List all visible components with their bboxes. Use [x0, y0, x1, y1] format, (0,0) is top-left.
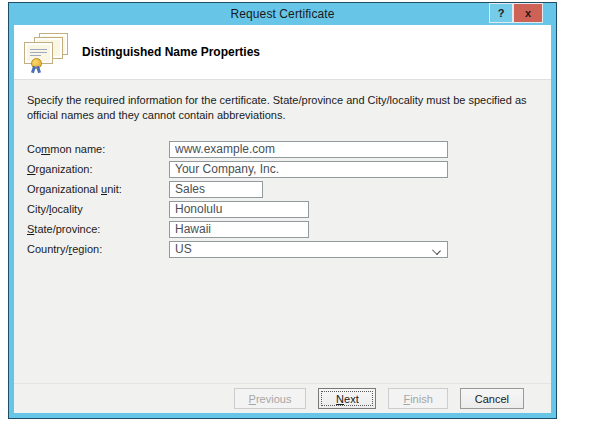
form-row-organizational-unit: Organizational unit:	[27, 181, 551, 198]
form-row-organization: Organization:	[27, 161, 551, 178]
request-certificate-dialog: Request Certificate ? x Distinguished	[8, 2, 557, 419]
help-button[interactable]: ?	[489, 3, 513, 23]
country-region-label: Country/region:	[27, 243, 169, 255]
form-row-common-name: Common name:	[27, 141, 551, 158]
window-title: Request Certificate	[231, 7, 335, 21]
title-bar[interactable]: Request Certificate ? x	[9, 3, 556, 25]
organizational-unit-label: Organizational unit:	[27, 183, 169, 195]
next-button[interactable]: Next	[318, 388, 376, 409]
country-region-select[interactable]: US	[169, 241, 448, 258]
cancel-button[interactable]: Cancel	[460, 388, 524, 409]
country-region-value: US	[170, 242, 447, 256]
window-controls: ? x	[489, 3, 543, 23]
wizard-header: Distinguished Name Properties	[14, 25, 551, 79]
dn-form: Common name:Organization:Organizational …	[27, 141, 551, 258]
common-name-label: Common name:	[27, 143, 169, 155]
state-province-input[interactable]	[169, 221, 309, 238]
dialog-client-area: Distinguished Name Properties Specify th…	[14, 25, 551, 413]
wizard-body: Specify the required information for the…	[14, 79, 551, 383]
form-row-city-locality: City/locality	[27, 201, 551, 218]
common-name-input[interactable]	[169, 141, 448, 158]
finish-button: Finish	[388, 388, 447, 409]
city-locality-label: City/locality	[27, 203, 169, 215]
page-title: Distinguished Name Properties	[82, 45, 260, 59]
question-mark-icon: ?	[498, 7, 505, 19]
certificates-icon	[23, 32, 69, 72]
close-button[interactable]: x	[513, 3, 543, 23]
state-province-label: State/province:	[27, 223, 169, 235]
button-bar: PreviousNextFinishCancel	[14, 383, 551, 413]
gold-seal-icon	[31, 58, 42, 69]
page-background: { "window": { "title": "Request Certific…	[0, 0, 602, 435]
previous-button: Previous	[234, 388, 307, 409]
close-icon: x	[525, 7, 531, 19]
organization-input[interactable]	[169, 161, 448, 178]
city-locality-input[interactable]	[169, 201, 309, 218]
instruction-text: Specify the required information for the…	[27, 93, 527, 124]
organization-label: Organization:	[27, 163, 169, 175]
organizational-unit-input[interactable]	[169, 181, 263, 198]
form-row-state-province: State/province:	[27, 221, 551, 238]
form-row-country-region: Country/region:US	[27, 241, 551, 258]
